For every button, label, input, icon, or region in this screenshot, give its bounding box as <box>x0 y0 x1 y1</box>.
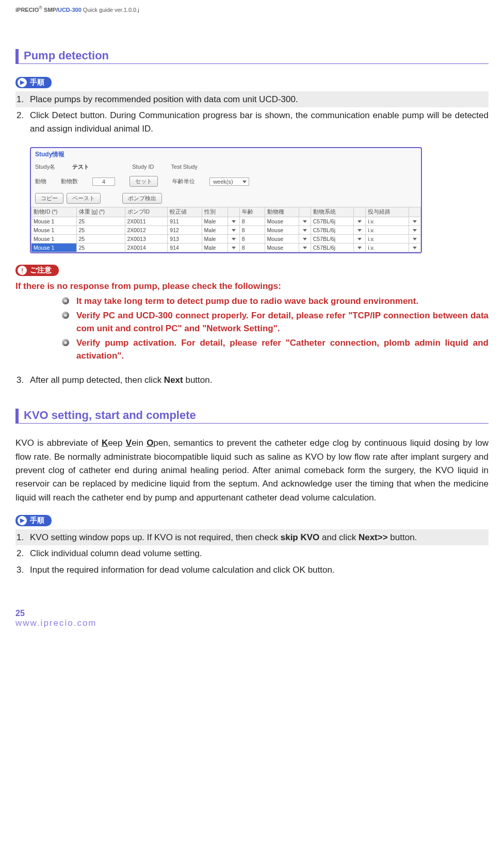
chevron-down-icon[interactable] <box>303 220 307 224</box>
table-cell[interactable] <box>299 226 311 235</box>
caution-pill: ! ご注意 <box>15 265 59 276</box>
table-cell: i.v. <box>366 235 409 244</box>
table-cell[interactable] <box>299 217 311 226</box>
table-cell[interactable] <box>227 244 239 252</box>
product-model-part: SMP/ <box>42 7 58 13</box>
study-id-label: Study ID <box>132 164 154 170</box>
table-header <box>299 207 311 217</box>
kvo-step-2: Click individual column dead volume sett… <box>15 545 489 562</box>
table-header: 投与経路 <box>366 207 409 217</box>
table-cell: Male <box>202 235 227 244</box>
table-header: 較正値 <box>168 207 202 217</box>
table-cell: Mouse <box>265 217 299 226</box>
document-header: iPRECIO® SMP/UCD-300 Quick guide ver.1.0… <box>15 5 489 13</box>
table-cell[interactable]: Mouse 1 <box>31 226 77 235</box>
warning-bullet-list: It may take long term to detect pump due… <box>15 295 489 363</box>
animal-count-input[interactable]: 4 <box>92 177 115 186</box>
table-cell[interactable] <box>354 226 366 235</box>
table-row: Mouse 1252X0011911Male8MouseC57BL/6ji.v. <box>31 217 421 226</box>
table-cell: 8 <box>239 235 265 244</box>
table-cell: 2X0011 <box>125 217 168 226</box>
page-footer: 25 www.iprecio.com <box>15 609 489 628</box>
chevron-down-icon[interactable] <box>413 229 417 233</box>
table-cell: 2X0012 <box>125 226 168 235</box>
table-header: 動物種 <box>265 207 299 217</box>
table-cell[interactable]: Mouse 1 <box>31 217 77 226</box>
chevron-down-icon[interactable] <box>232 220 236 224</box>
kvo-paragraph: KVO is abbreviate of Keep Vein Open, sem… <box>15 436 489 505</box>
animal-row: 動物 動物数 4 セット 年齢単位 week(s) <box>31 174 421 191</box>
table-cell[interactable] <box>299 235 311 244</box>
detect-pump-button[interactable]: ポンプ検出 <box>122 193 162 204</box>
table-header: 性別 <box>202 207 227 217</box>
bullet-1: It may take long term to detect pump due… <box>62 295 489 308</box>
chevron-down-icon <box>242 180 247 184</box>
chevron-down-icon[interactable] <box>357 220 362 224</box>
table-cell[interactable] <box>409 217 421 226</box>
copy-button[interactable]: コピー <box>35 193 63 204</box>
paste-button[interactable]: ペースト <box>67 193 101 204</box>
chevron-down-icon[interactable] <box>232 246 236 250</box>
chevron-down-icon[interactable] <box>357 246 362 250</box>
table-cell[interactable] <box>227 217 239 226</box>
product-model-blue: UCD-300 <box>58 7 82 13</box>
table-cell: i.v. <box>366 217 409 226</box>
table-cell[interactable]: Mouse 1 <box>31 244 77 252</box>
table-cell: 25 <box>76 244 125 252</box>
table-cell: i.v. <box>366 226 409 235</box>
next-button-ref: Next <box>164 375 183 385</box>
table-cell[interactable]: Mouse 1 <box>31 235 77 244</box>
chevron-down-icon[interactable] <box>413 246 417 250</box>
panel-title: Study情報 <box>31 148 421 162</box>
chevron-down-icon[interactable] <box>413 220 417 224</box>
table-cell[interactable] <box>227 226 239 235</box>
set-button[interactable]: セット <box>129 176 158 187</box>
table-cell[interactable] <box>299 244 311 252</box>
study-name-label: Study名 <box>35 163 55 171</box>
chevron-down-icon[interactable] <box>232 229 236 233</box>
section-title: Pump detection <box>24 49 109 63</box>
chevron-down-icon[interactable] <box>413 237 417 241</box>
procedure-label: 手順 <box>30 78 44 87</box>
play-icon: ▶ <box>18 78 27 87</box>
table-cell[interactable] <box>354 235 366 244</box>
animal-label: 動物 <box>35 177 46 185</box>
table-cell: C57BL/6j <box>311 226 354 235</box>
table-cell: 8 <box>239 244 265 252</box>
table-cell: C57BL/6j <box>311 244 354 252</box>
underline-k: K <box>102 438 108 448</box>
table-cell: Mouse <box>265 244 299 252</box>
table-header: 動物ID (*) <box>31 207 77 217</box>
heading-accent-bar <box>15 409 19 423</box>
step-2: Click Detect button. During Communicatio… <box>15 107 489 137</box>
registered-mark: ® <box>39 5 42 10</box>
chevron-down-icon[interactable] <box>357 229 362 233</box>
table-header: ポンプID <box>125 207 168 217</box>
chevron-down-icon[interactable] <box>303 237 307 241</box>
table-cell[interactable] <box>354 244 366 252</box>
table-cell[interactable] <box>227 235 239 244</box>
table-row: Mouse 1252X0014914Male8MouseC57BL/6ji.v. <box>31 244 421 252</box>
table-header <box>409 207 421 217</box>
table-cell: 2X0013 <box>125 235 168 244</box>
age-unit-select[interactable]: week(s) <box>209 177 249 186</box>
kvo-step-1: KVO setting window pops up. If KVO is no… <box>15 529 489 546</box>
table-cell: i.v. <box>366 244 409 252</box>
chevron-down-icon[interactable] <box>303 246 307 250</box>
table-cell[interactable] <box>354 217 366 226</box>
table-cell: 25 <box>76 217 125 226</box>
table-cell[interactable] <box>409 235 421 244</box>
chevron-down-icon[interactable] <box>357 237 362 241</box>
animal-table: 動物ID (*)体重 [g] (*)ポンプID較正値性別年齢動物種動物系統投与経… <box>31 207 421 252</box>
table-cell[interactable] <box>409 226 421 235</box>
procedure-label: 手順 <box>30 516 44 525</box>
table-row: Mouse 1252X0013913Male8MouseC57BL/6ji.v. <box>31 235 421 244</box>
chevron-down-icon[interactable] <box>232 237 236 241</box>
doc-title-rest: Quick guide ver.1.0.0.j <box>82 7 139 13</box>
chevron-down-icon[interactable] <box>303 229 307 233</box>
warning-icon: ! <box>18 266 27 275</box>
step-1: Place pumps by recommended position with… <box>15 91 489 108</box>
table-header: 年齢 <box>239 207 265 217</box>
table-cell[interactable] <box>409 244 421 252</box>
table-cell: 911 <box>168 217 202 226</box>
